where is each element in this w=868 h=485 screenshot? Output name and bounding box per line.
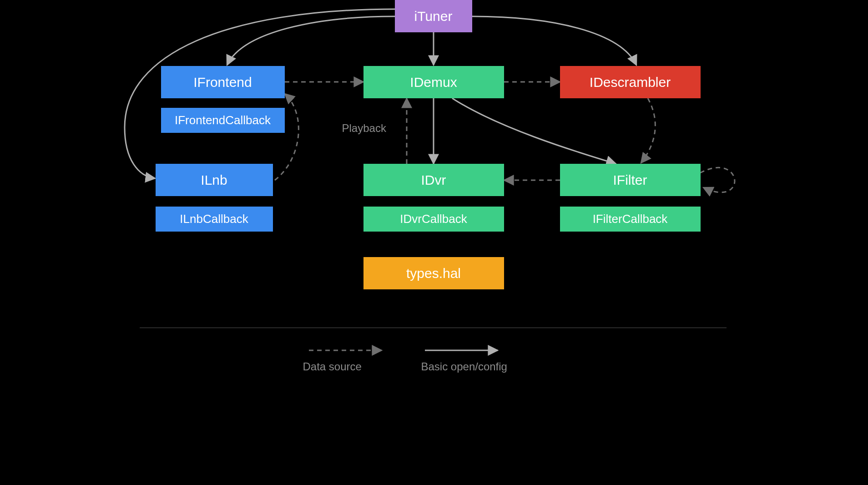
node-ituner: iTuner	[395, 0, 472, 32]
legend-solid-label: Basic open/config	[421, 360, 507, 373]
edge-ituner-to-ifrontend	[227, 16, 395, 65]
edge-ituner-to-idescrambler	[472, 16, 636, 65]
node-ifilter-callback: IFilterCallback	[560, 207, 701, 232]
node-ifrontend: IFrontend	[161, 66, 285, 98]
node-ilnb-callback: ILnbCallback	[156, 207, 273, 232]
node-types-hal: types.hal	[363, 257, 504, 289]
node-idemux: IDemux	[363, 66, 504, 98]
node-ifilter: IFilter	[560, 164, 701, 196]
legend-dashed-label: Data source	[303, 360, 362, 373]
edge-idemux-to-ifilter	[452, 98, 616, 164]
edge-ilnb-to-ifrontend	[275, 94, 298, 180]
node-ilnb: ILnb	[156, 164, 273, 196]
legend-divider	[140, 328, 727, 328]
node-ifrontend-callback: IFrontendCallback	[161, 108, 285, 133]
node-idvr-callback: IDvrCallback	[363, 207, 504, 232]
diagram-canvas: iTuner IFrontend IFrontendCallback ILnb …	[88, 0, 780, 389]
node-idescrambler: IDescrambler	[560, 66, 701, 98]
label-playback: Playback	[342, 122, 386, 135]
edge-ifilter-to-ifilter	[700, 167, 735, 192]
edge-idescrambler-to-ifilter	[641, 98, 655, 163]
node-idvr: IDvr	[363, 164, 504, 196]
